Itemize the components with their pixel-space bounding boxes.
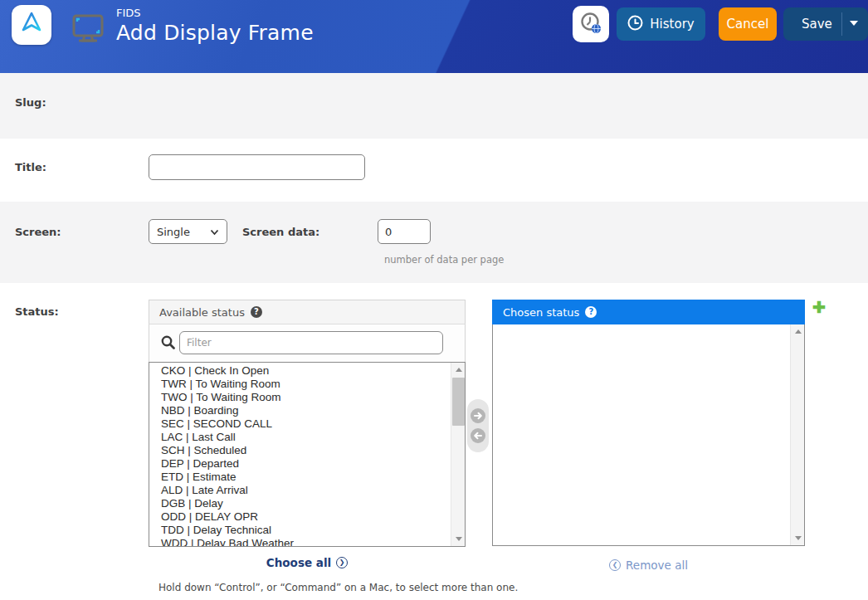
circle-arrow-right-icon: ❯ xyxy=(336,557,348,568)
status-option[interactable]: CKO | Check In Open xyxy=(149,364,451,378)
status-option[interactable]: LAC | Last Call xyxy=(149,431,451,444)
chosen-status-panel: Chosen status ? xyxy=(492,300,805,546)
save-split-divider xyxy=(841,12,842,36)
chosen-list-scrollbar[interactable] xyxy=(790,324,804,545)
status-option[interactable]: WDD | Delay Bad Weather xyxy=(149,537,451,547)
save-button[interactable]: Save xyxy=(783,7,868,41)
available-status-title: Available status xyxy=(159,306,245,319)
status-label: Status: xyxy=(15,305,59,318)
choose-all-link[interactable]: Choose all ❯ xyxy=(266,556,348,569)
title-input[interactable] xyxy=(149,154,365,180)
cancel-button[interactable]: Cancel xyxy=(719,7,777,41)
status-option[interactable]: TWO | To Waiting Room xyxy=(149,391,451,404)
status-option[interactable]: DEP | Departed xyxy=(149,457,451,471)
add-display-frame-page: FIDS Add Display Frame xyxy=(0,0,868,600)
screen-label: Screen: xyxy=(15,226,61,238)
help-question-icon[interactable]: ? xyxy=(585,306,597,318)
screen-select-value: Single xyxy=(157,226,190,238)
clock-globe-icon xyxy=(578,11,603,38)
available-status-header: Available status ? xyxy=(149,300,466,324)
status-row: Status: Available status ? CKO | Check I… xyxy=(0,283,868,600)
available-status-listbox[interactable]: CKO | Check In OpenTWR | To Waiting Room… xyxy=(149,362,466,547)
filter-row xyxy=(149,324,466,362)
status-option[interactable]: TDD | Delay Technical xyxy=(149,524,451,537)
chosen-status-title: Chosen status xyxy=(503,306,579,319)
chevron-down-icon xyxy=(210,226,219,238)
remove-all-label: Remove all xyxy=(626,559,688,572)
available-status-items: CKO | Check In OpenTWR | To Waiting Room… xyxy=(149,364,451,547)
history-button[interactable]: History xyxy=(617,7,705,41)
title-row: Title: xyxy=(0,139,868,202)
title-label: Title: xyxy=(15,161,46,173)
page-title: Add Display Frame xyxy=(116,20,314,46)
status-option[interactable]: DGB | Delay xyxy=(149,497,451,510)
history-button-label: History xyxy=(650,17,694,32)
scroll-up-arrow-icon[interactable] xyxy=(791,324,805,339)
screen-data-help: number of data per page xyxy=(384,254,504,266)
app-logo[interactable] xyxy=(12,5,51,45)
status-option[interactable]: SCH | Scheduled xyxy=(149,444,451,457)
scroll-down-arrow-icon[interactable] xyxy=(791,531,805,545)
status-option[interactable]: ETD | Estimate xyxy=(149,471,451,484)
chosen-status-header: Chosen status ? xyxy=(492,300,805,324)
move-right-button[interactable] xyxy=(470,407,486,424)
status-option[interactable]: ALD | Late Arrival xyxy=(149,484,451,497)
history-clock-icon xyxy=(627,15,643,34)
display-monitor-icon xyxy=(70,10,106,50)
scroll-down-arrow-icon[interactable] xyxy=(451,532,466,546)
status-option[interactable]: ODD | DELAY OPR xyxy=(149,510,451,524)
remove-all-link[interactable]: ❮ Remove all xyxy=(609,559,688,572)
choose-all-label: Choose all xyxy=(266,556,331,569)
filter-input[interactable] xyxy=(179,331,443,354)
status-option[interactable]: SEC | SECOND CALL xyxy=(149,417,451,431)
status-option[interactable]: NBD | Boarding xyxy=(149,404,451,417)
screen-select[interactable]: Single xyxy=(149,219,227,244)
add-status-plus-button[interactable]: ✚ xyxy=(812,300,827,315)
transfer-buttons xyxy=(467,399,489,452)
scrollbar-thumb[interactable] xyxy=(452,378,465,426)
page-header: FIDS Add Display Frame xyxy=(0,0,868,73)
slug-label: Slug: xyxy=(15,96,46,109)
save-button-label: Save xyxy=(802,17,832,32)
circle-arrow-left-icon: ❮ xyxy=(609,559,621,571)
screen-data-input[interactable] xyxy=(378,219,431,244)
scroll-up-arrow-icon[interactable] xyxy=(451,363,466,377)
chosen-status-listbox[interactable] xyxy=(492,324,805,546)
slug-row: Slug: xyxy=(0,73,868,139)
screen-row: Screen: Single Screen data: number of da… xyxy=(0,202,868,283)
screen-data-label: Screen data: xyxy=(242,226,319,238)
search-icon xyxy=(160,334,176,354)
available-list-scrollbar[interactable] xyxy=(451,363,465,546)
app-name: FIDS xyxy=(116,6,314,20)
cancel-button-label: Cancel xyxy=(727,17,769,32)
multiselect-help-text: Hold down “Control”, or “Command” on a M… xyxy=(158,582,518,593)
timezone-clock-button[interactable] xyxy=(573,6,609,42)
save-dropdown-caret-icon[interactable] xyxy=(850,21,858,26)
move-left-button[interactable] xyxy=(470,427,486,444)
available-status-panel: Available status ? CKO | Check In OpenTW… xyxy=(149,300,466,547)
paper-plane-icon xyxy=(18,10,45,40)
help-question-icon[interactable]: ? xyxy=(251,306,262,318)
status-option[interactable]: TWR | To Waiting Room xyxy=(149,378,451,391)
